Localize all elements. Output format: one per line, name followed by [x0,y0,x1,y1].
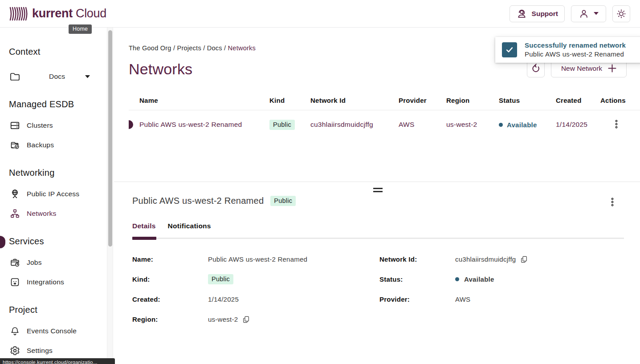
outlet-plug-icon [9,277,20,287]
tab-notifications[interactable]: Notifications [168,222,211,230]
copy-region-icon[interactable] [243,316,249,323]
column-header-created: Created [556,97,600,104]
detail-kind-badge: Public [270,196,296,206]
column-header-status: Status [499,97,556,104]
cell-name[interactable]: Public AWS us-west-2 Renamed [139,121,269,129]
sidebar-heading-networking: Networking [9,166,107,179]
kurrent-waves-icon [9,5,28,22]
backup-box-icon [9,140,20,150]
sidebar-item-settings[interactable]: Settings [9,341,107,360]
sitemap-networks-icon [9,208,20,219]
sidebar: Context Docs Managed ESDB [0,28,107,364]
copy-network-id-icon[interactable] [521,256,527,263]
page-title: Networks [129,61,192,78]
table-header-row: Name Kind Network Id Provider Region Sta… [129,91,640,110]
cell-provider: AWS [399,121,446,129]
column-header-actions: Actions [600,97,640,104]
browser-status-url: https://console.kurrent.cloud/organizati… [0,358,115,364]
sidebar-item-events-console[interactable]: Events Console [9,321,107,341]
detail-actions-kebab-icon[interactable] [611,197,614,208]
breadcrumb-prefix[interactable]: The Good Org / Projects / Docs / [129,44,226,52]
column-header-name: Name [139,97,269,104]
sun-icon [616,8,627,19]
sidebar-heading-context: Context [9,45,107,58]
headset-support-icon [516,8,527,19]
sidebar-item-label: Backups [27,141,54,149]
field-label-status: Status: [379,275,455,283]
field-value-created: 1/14/2025 [208,295,239,303]
detail-title: Public AWS us-west-2 Renamed [132,196,264,206]
networks-table: Name Kind Network Id Provider Region Sta… [129,91,640,139]
sidebar-item-public-ip-access[interactable]: Public IP Access [9,184,107,204]
context-project-selector[interactable]: Docs [9,67,107,86]
home-tooltip: Home [69,24,92,34]
field-label-provider: Provider: [379,295,455,303]
success-check-icon [502,42,517,57]
chevron-down-icon [594,12,599,15]
status-label: Available [464,275,494,283]
breadcrumb-current: Networks [228,44,256,52]
field-label-created: Created: [132,295,208,303]
theme-toggle-button[interactable] [612,5,630,22]
panel-divider [114,182,640,182]
sidebar-item-label: Networks [27,210,57,218]
sidebar-item-integrations[interactable]: Integrations [9,272,107,292]
sidebar-item-clusters[interactable]: Clusters [9,116,107,135]
support-label: Support [532,10,558,18]
clusters-icon [9,120,20,131]
table-row[interactable]: Public AWS us-west-2 Renamed Public cu3h… [129,110,640,139]
gear-icon [9,345,20,356]
tab-details[interactable]: Details [132,222,156,230]
sidebar-item-label: Events Console [27,327,77,335]
user-menu-button[interactable] [571,5,606,22]
sidebar-item-jobs[interactable]: Jobs [9,253,107,272]
sidebar-item-networks[interactable]: Networks [9,204,107,223]
active-item-indicator [0,236,5,248]
cell-region: us-west-2 [446,121,499,129]
sidebar-item-label: Settings [27,347,53,355]
refresh-icon [531,63,541,73]
support-button[interactable]: Support [510,5,565,22]
tab-underline-track [132,238,624,239]
main-content: The Good Org / Projects / Docs / Network… [114,28,640,364]
app-window: kurrentCloud Support [0,0,640,364]
bell-icon [9,326,20,336]
field-value-name: Public AWS us-west-2 Renamed [208,255,307,263]
panel-drag-handle[interactable] [373,188,383,194]
cell-created: 1/14/2025 [556,121,600,129]
top-header: kurrentCloud Support [0,0,640,28]
sidebar-item-backups[interactable]: Backups [9,135,107,155]
user-icon [579,8,589,19]
toast-title: Successfully renamed network [525,41,626,50]
cell-status: Available [499,121,556,129]
plus-icon [608,64,616,73]
status-dot-icon [499,123,503,127]
field-label-region: Region: [132,315,208,323]
logo-wordmark: kurrentCloud [32,7,106,20]
toast-success[interactable]: Successfully renamed network Public AWS … [495,37,640,63]
column-header-kind: Kind [269,97,310,104]
tab-underline-active [132,237,156,240]
row-actions-kebab-icon[interactable] [600,119,618,130]
breadcrumb[interactable]: The Good Org / Projects / Docs / Network… [129,44,256,52]
field-value-provider: AWS [455,295,470,303]
cell-network-id: cu3hlaiirsdmuidcjffg [310,121,399,129]
status-dot-icon [455,277,459,281]
detail-tabs: Details Notifications [132,222,211,230]
column-header-provider: Provider [399,97,446,104]
field-value-status: Available [455,275,494,283]
sidebar-scrollbar-thumb[interactable] [108,30,112,247]
new-network-label: New Network [561,65,602,73]
field-label-kind: Kind: [132,275,208,283]
sidebar-item-label: Public IP Access [27,190,79,198]
kind-badge: Public [269,120,295,130]
status-label: Available [507,121,537,129]
sidebar-scrollbar-track[interactable] [107,28,113,364]
briefcase-clock-icon [9,257,20,268]
field-value-network-id: cu3hlaiirsdmuidcjffg [455,255,516,263]
field-label-network-id: Network Id: [379,255,455,263]
folder-icon [9,72,20,81]
kurrent-cloud-logo[interactable]: kurrentCloud [9,5,106,22]
sidebar-heading-services: Services [9,235,107,247]
sidebar-heading-project: Project [9,303,107,316]
